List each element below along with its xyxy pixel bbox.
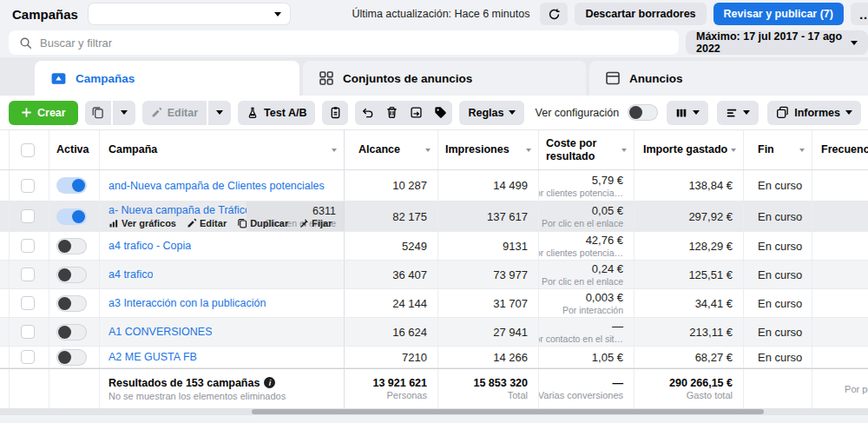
row-action-ver-gr-ficos[interactable]: Ver gráficos: [108, 218, 176, 228]
duplicate-button[interactable]: [85, 101, 111, 125]
edit-menu-button[interactable]: [208, 101, 231, 125]
search-input[interactable]: Buscar y filtrar: [9, 30, 679, 55]
header-importe[interactable]: Importe gastado: [635, 130, 744, 169]
review-publish-button[interactable]: Revisar y publicar (7): [713, 3, 844, 25]
info-icon[interactable]: i: [264, 377, 275, 388]
create-button[interactable]: Crear: [9, 101, 78, 125]
sort-icon[interactable]: [731, 149, 736, 152]
row-action-duplicar[interactable]: Duplicar: [237, 218, 288, 228]
edit-button[interactable]: Editar: [142, 101, 207, 125]
sort-icon[interactable]: [526, 149, 531, 152]
search-icon: [19, 36, 32, 50]
row-checkbox[interactable]: [21, 209, 35, 223]
tab-campaigns[interactable]: Campañas: [35, 61, 299, 96]
sort-icon[interactable]: [799, 149, 805, 152]
search-placeholder: Buscar y filtrar: [40, 36, 112, 50]
horizontal-scrollbar[interactable]: [0, 408, 868, 415]
duplicate-split-button: [85, 101, 135, 125]
header-impresiones[interactable]: Impresiones: [438, 130, 539, 169]
reach-cell: 7210: [345, 347, 438, 367]
row-active-cell: [49, 232, 100, 260]
footer-cost-cell: —Varias conversiones: [539, 369, 635, 408]
view-setup-toggle[interactable]: [628, 104, 658, 121]
toggle-knob: [72, 179, 85, 192]
delete-button[interactable]: [379, 101, 404, 125]
campaign-cell: a4 trafico: [100, 261, 345, 288]
active-toggle[interactable]: [56, 349, 87, 366]
end-cell: En curso: [744, 261, 812, 288]
discard-drafts-button[interactable]: Descartar borradores: [575, 3, 706, 25]
header-activa[interactable]: Activa: [49, 130, 100, 169]
active-toggle[interactable]: [56, 324, 87, 340]
row-check-cell: [10, 170, 49, 201]
export-icon: [410, 106, 423, 119]
select-all-checkbox[interactable]: [21, 143, 35, 157]
table-row: A2 ME GUSTA FB721014 2661,05 €68,27 €En …: [0, 347, 868, 368]
row-checkbox[interactable]: [21, 179, 35, 193]
gutter-cell: [0, 369, 10, 408]
impressions-cell: 73 977: [438, 261, 539, 288]
view-setup-label: Ver configuración: [536, 107, 620, 119]
campaign-selector-dropdown[interactable]: [89, 3, 290, 24]
active-toggle[interactable]: [56, 267, 87, 283]
chevron-down-icon: [851, 41, 858, 45]
header-frecuencia[interactable]: Frecuencia: [812, 130, 868, 169]
active-toggle[interactable]: [56, 177, 87, 194]
impressions-cell: 137 617: [438, 202, 539, 231]
row-checkbox[interactable]: [21, 268, 35, 281]
ab-test-button[interactable]: Test A/B: [238, 101, 315, 125]
campaign-name-link[interactable]: A2 ME GUSTA FB: [108, 351, 197, 363]
refresh-button[interactable]: [540, 3, 568, 25]
clipboard-button[interactable]: [322, 101, 348, 125]
campaign-cell: and-Nueva campaña de Clientes potenciale…: [100, 170, 345, 201]
chevron-down-icon: [743, 110, 750, 115]
active-toggle[interactable]: [56, 238, 87, 254]
sort-icon[interactable]: [425, 149, 431, 152]
search-row: Buscar y filtrar Máximo: 17 jul 2017 - 1…: [0, 28, 868, 57]
reach-cell: 5249: [345, 232, 438, 260]
header-fin[interactable]: Fin: [744, 130, 812, 169]
top-bar: Campañas Última actualización: Hace 6 mi…: [0, 0, 868, 28]
active-toggle[interactable]: [56, 295, 87, 312]
row-active-cell: [49, 202, 100, 231]
undo-button[interactable]: [355, 101, 379, 125]
tab-ads[interactable]: Anuncios: [589, 61, 868, 96]
header-alcance[interactable]: Alcance: [345, 130, 438, 169]
campaign-name-link[interactable]: a- Nueva campaña de Tráfico: [108, 204, 251, 216]
more-button[interactable]: …: [851, 3, 868, 25]
header-campana[interactable]: Campaña: [100, 130, 345, 169]
row-checkbox[interactable]: [21, 239, 35, 253]
pin-icon: [299, 218, 309, 228]
row-checkbox[interactable]: [21, 325, 35, 339]
undo-icon: [361, 106, 374, 119]
rules-label: Reglas: [468, 107, 503, 119]
active-toggle[interactable]: [56, 208, 87, 225]
gutter-cell: [0, 318, 10, 346]
toggle-knob: [72, 210, 85, 223]
row-checkbox[interactable]: [21, 296, 35, 310]
row-action-editar[interactable]: Editar: [187, 218, 227, 228]
header-coste[interactable]: Coste por resultado: [539, 130, 635, 169]
columns-icon: [675, 107, 687, 119]
row-action-fijar[interactable]: Fijar: [299, 218, 332, 228]
cost-cell: 0,24 €Por clic en el enlace: [539, 261, 635, 288]
sort-icon[interactable]: [332, 149, 337, 152]
campaign-name-link[interactable]: a3 Interacción con la publicación: [108, 297, 266, 309]
tab-adsets[interactable]: Conjuntos de anuncios: [303, 61, 586, 96]
tag-button[interactable]: [428, 101, 452, 125]
campaign-name-link[interactable]: a4 trafico - Copia: [108, 240, 191, 252]
campaign-name-link[interactable]: and-Nueva campaña de Clientes potenciale…: [108, 180, 325, 192]
scrollbar-thumb[interactable]: [252, 409, 764, 414]
cost-cell: 1,05 €: [539, 347, 635, 367]
breakdown-button[interactable]: [717, 101, 759, 125]
sort-icon[interactable]: [621, 149, 627, 152]
export-button[interactable]: [404, 101, 428, 125]
date-range-button[interactable]: Máximo: 17 jul 2017 - 17 ago 2022: [686, 30, 868, 55]
rules-button[interactable]: Reglas: [459, 101, 524, 125]
reports-button[interactable]: Informes: [767, 101, 861, 125]
campaign-name-link[interactable]: A1 CONVERSIONES: [108, 326, 212, 338]
campaign-name-link[interactable]: a4 trafico: [108, 268, 153, 281]
columns-button[interactable]: [667, 101, 708, 125]
duplicate-menu-button[interactable]: [113, 101, 135, 125]
row-checkbox[interactable]: [21, 350, 35, 364]
